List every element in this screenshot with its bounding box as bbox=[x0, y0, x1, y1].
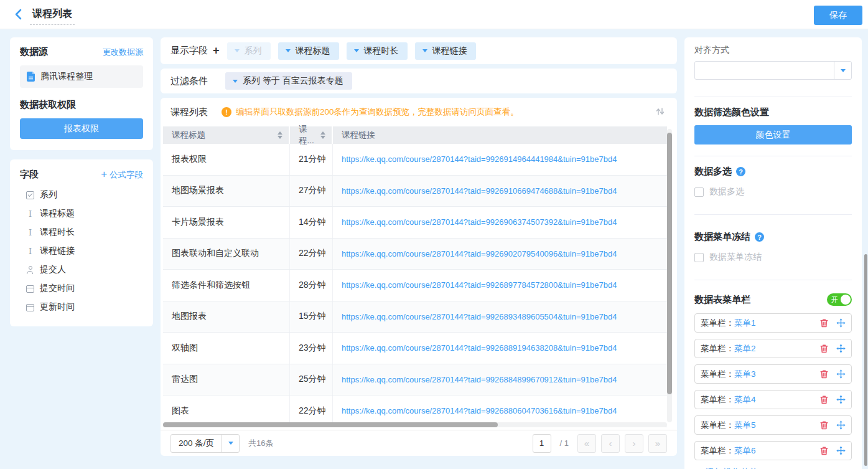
cell-course-link[interactable]: https://ke.qq.com/course/2870144?taid=99… bbox=[333, 207, 667, 238]
filter-condition-tag[interactable]: 系列 等于 百宝云报表专题 bbox=[225, 72, 352, 90]
menu-item-name[interactable]: 菜单2 bbox=[734, 343, 756, 354]
report-permission-button[interactable]: 报表权限 bbox=[20, 118, 143, 139]
pagination-bar: 200 条/页 共16条 1 / 1 « ‹ › » bbox=[161, 430, 677, 456]
delete-menu-button[interactable] bbox=[819, 446, 829, 455]
table-row: 双轴图 23分钟 https://ke.qq.com/course/287014… bbox=[163, 333, 667, 364]
table-vertical-scrollbar[interactable] bbox=[667, 133, 672, 394]
cell-course-link[interactable]: https://ke.qq.com/course/2870144?taid=99… bbox=[333, 270, 667, 301]
sort-order-icon[interactable] bbox=[655, 106, 666, 119]
menu-item-name[interactable]: 菜单3 bbox=[734, 369, 756, 380]
color-settings-button[interactable]: 颜色设置 bbox=[694, 125, 852, 144]
cell-course-title: 图表联动和自定义联动 bbox=[163, 239, 290, 270]
cell-course-link[interactable]: https://ke.qq.com/course/2870144?taid=99… bbox=[333, 364, 667, 396]
fields-card: 字段 + 公式字段 系列 课程标题 课程时长 bbox=[10, 159, 153, 326]
display-field-tag[interactable]: 系列 bbox=[227, 42, 271, 60]
drag-move-button[interactable] bbox=[836, 344, 846, 353]
datasource-item[interactable]: 腾讯课程整理 bbox=[20, 65, 143, 88]
add-display-field-button[interactable]: + bbox=[213, 44, 220, 57]
menu-item[interactable]: 菜单栏： 菜单2 bbox=[694, 339, 852, 358]
freeze-checkbox[interactable] bbox=[694, 253, 704, 262]
column-header-duration[interactable]: 课程... bbox=[290, 126, 333, 144]
page-number-input[interactable]: 1 bbox=[533, 434, 551, 453]
menu-item-name[interactable]: 菜单1 bbox=[734, 318, 756, 329]
align-select[interactable] bbox=[694, 61, 852, 80]
page-total: / 1 bbox=[560, 438, 569, 448]
move-icon bbox=[836, 420, 846, 430]
table-row: 筛选条件和筛选按钮 28分钟 https://ke.qq.com/course/… bbox=[163, 270, 667, 301]
drag-move-button[interactable] bbox=[836, 395, 846, 404]
settings-panel: 对齐方式 数据筛选颜色设置 颜色设置 数据多选 ? 数据多选 数据菜单冻结 ? … bbox=[684, 37, 862, 469]
drag-move-button[interactable] bbox=[836, 420, 846, 430]
field-item[interactable]: 更新时间 bbox=[20, 298, 143, 316]
menu-item[interactable]: 菜单栏： 菜单4 bbox=[694, 390, 852, 409]
field-item[interactable]: 课程时长 bbox=[20, 223, 143, 242]
permission-title: 数据获取权限 bbox=[20, 99, 143, 111]
page-size-select[interactable]: 200 条/页 bbox=[170, 434, 240, 453]
menu-item-name[interactable]: 菜单6 bbox=[734, 445, 756, 457]
menu-item[interactable]: 菜单栏： 菜单3 bbox=[694, 364, 852, 384]
drag-move-button[interactable] bbox=[836, 369, 846, 379]
menu-item[interactable]: 菜单栏： 菜单6 bbox=[694, 441, 852, 460]
table-row: 雷达图 25分钟 https://ke.qq.com/course/287014… bbox=[163, 364, 667, 396]
cell-course-link[interactable]: https://ke.qq.com/course/2870144?taid=99… bbox=[333, 144, 667, 175]
freeze-row: 数据菜单冻结 bbox=[694, 252, 852, 263]
drag-move-button[interactable] bbox=[836, 446, 846, 455]
delete-menu-button[interactable] bbox=[819, 344, 829, 353]
field-label: 提交时间 bbox=[40, 283, 75, 294]
field-item[interactable]: 提交时间 bbox=[20, 279, 143, 298]
column-header-title[interactable]: 课程标题 bbox=[163, 126, 290, 144]
warning-text: 编辑界面只取数据源前200条作为查询数据预览，完整数据请访问页面查看。 bbox=[236, 107, 519, 118]
cell-course-link[interactable]: https://ke.qq.com/course/2870144?taid=99… bbox=[333, 333, 667, 364]
field-item[interactable]: 课程链接 bbox=[20, 242, 143, 260]
cell-course-link[interactable]: https://ke.qq.com/course/2870144?taid=99… bbox=[333, 301, 667, 333]
table-row: 地图场景报表 27分钟 https://ke.qq.com/course/287… bbox=[163, 176, 667, 207]
prev-page-button[interactable]: ‹ bbox=[601, 434, 620, 453]
chevron-down-icon bbox=[354, 49, 359, 52]
freeze-checkbox-label: 数据菜单冻结 bbox=[709, 252, 762, 263]
first-page-button[interactable]: « bbox=[577, 434, 596, 453]
cell-course-link[interactable]: https://ke.qq.com/course/2870144?taid=99… bbox=[333, 176, 667, 207]
field-item[interactable]: 课程标题 bbox=[20, 204, 143, 223]
delete-menu-button[interactable] bbox=[819, 395, 829, 404]
multiselect-checkbox[interactable] bbox=[694, 187, 704, 197]
field-label: 课程时长 bbox=[40, 227, 75, 238]
drag-move-button[interactable] bbox=[836, 318, 846, 328]
back-button[interactable] bbox=[12, 8, 25, 21]
sort-icon[interactable] bbox=[320, 131, 325, 139]
display-field-tag[interactable]: 课程时长 bbox=[347, 42, 408, 60]
cell-course-link[interactable]: https://ke.qq.com/course/2870144?taid=99… bbox=[333, 239, 667, 270]
menu-item[interactable]: 菜单栏： 菜单5 bbox=[694, 415, 852, 435]
plus-icon: + bbox=[101, 168, 107, 180]
trash-icon bbox=[819, 344, 829, 353]
menubar-toggle[interactable]: 开 bbox=[827, 293, 852, 306]
menu-item-name[interactable]: 菜单4 bbox=[734, 394, 756, 405]
next-page-button[interactable]: › bbox=[625, 434, 643, 453]
delete-menu-button[interactable] bbox=[819, 420, 829, 430]
save-button[interactable]: 保存 bbox=[814, 6, 862, 25]
change-datasource-link[interactable]: 更改数据源 bbox=[103, 47, 143, 58]
field-item[interactable]: 系列 bbox=[20, 186, 143, 204]
display-field-tag[interactable]: 课程链接 bbox=[415, 42, 476, 60]
field-label: 系列 bbox=[40, 189, 57, 201]
add-formula-field-link[interactable]: + 公式字段 bbox=[101, 168, 143, 181]
divider bbox=[694, 156, 852, 156]
help-icon[interactable]: ? bbox=[736, 167, 745, 176]
add-action-menu-link[interactable]: + 添加操作菜单 bbox=[694, 467, 852, 469]
menu-item[interactable]: 菜单栏： 菜单1 bbox=[694, 313, 852, 333]
last-page-button[interactable]: » bbox=[648, 434, 667, 453]
menu-item-name[interactable]: 菜单5 bbox=[734, 420, 756, 431]
sort-icon[interactable] bbox=[278, 131, 282, 139]
window-scrollbar[interactable] bbox=[864, 254, 867, 466]
display-field-tag[interactable]: 课程标题 bbox=[278, 42, 339, 60]
table-title: 课程列表 bbox=[170, 107, 208, 118]
field-item[interactable]: 提交人 bbox=[20, 260, 143, 279]
color-settings-title: 数据筛选颜色设置 bbox=[694, 107, 852, 118]
table-horizontal-scrollbar[interactable] bbox=[163, 422, 498, 427]
main-content: 显示字段 + 系列 课程标题 课程时长 bbox=[161, 37, 677, 456]
delete-menu-button[interactable] bbox=[819, 369, 829, 379]
table-warning: ! 编辑界面只取数据源前200条作为查询数据预览，完整数据请访问页面查看。 bbox=[222, 107, 519, 118]
delete-menu-button[interactable] bbox=[819, 318, 829, 328]
multiselect-checkbox-label: 数据多选 bbox=[709, 186, 744, 197]
cell-course-title: 双轴图 bbox=[163, 333, 290, 364]
help-icon[interactable]: ? bbox=[755, 232, 764, 242]
